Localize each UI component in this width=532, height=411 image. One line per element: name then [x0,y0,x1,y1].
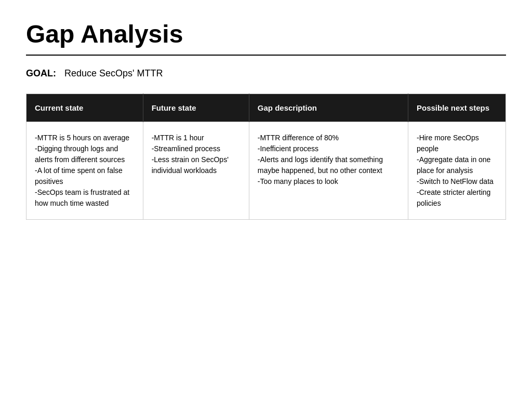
goal-text: Reduce SecOps' MTTR [64,68,163,79]
goal-row: GOAL: Reduce SecOps' MTTR [26,68,506,79]
cell-current-state: -MTTR is 5 hours on average -Digging thr… [26,122,143,219]
page-title: Gap Analysis [26,21,506,48]
col-header-gap-description: Gap description [249,94,408,122]
current-state-content: -MTTR is 5 hours on average -Digging thr… [35,134,129,207]
cell-next-steps: -Hire more SecOps people -Aggregate data… [408,122,506,219]
goal-label: GOAL: [26,68,56,79]
next-steps-content: -Hire more SecOps people -Aggregate data… [417,134,494,207]
col-header-next-steps: Possible next steps [408,94,506,122]
title-divider [26,55,506,56]
gap-description-content: -MTTR difference of 80% -Inefficient pro… [258,134,383,185]
col-header-current-state: Current state [26,94,143,122]
cell-gap-description: -MTTR difference of 80% -Inefficient pro… [249,122,408,219]
table-header-row: Current state Future state Gap descripti… [26,94,506,122]
table-row: -MTTR is 5 hours on average -Digging thr… [26,122,506,219]
future-state-content: -MTTR is 1 hour -Streamlined process -Le… [152,134,229,175]
cell-future-state: -MTTR is 1 hour -Streamlined process -Le… [143,122,249,219]
gap-analysis-table: Current state Future state Gap descripti… [26,94,506,220]
col-header-future-state: Future state [143,94,249,122]
